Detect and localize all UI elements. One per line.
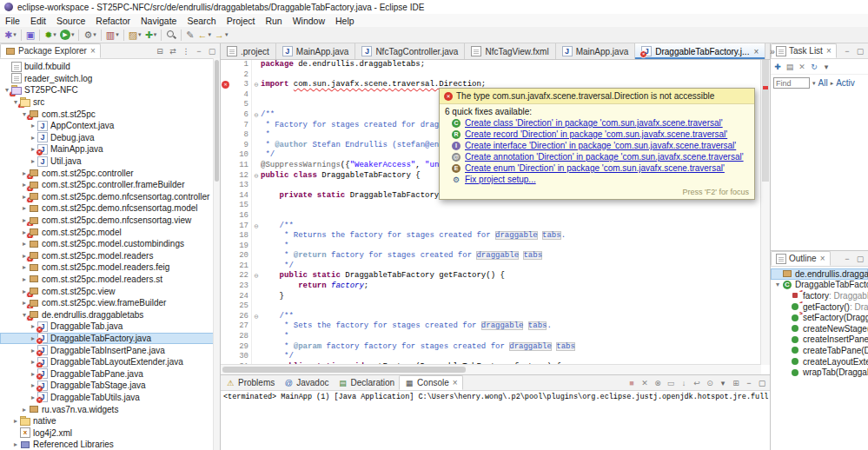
close-icon[interactable]: × [820,254,825,263]
folding-ruler[interactable] [251,242,261,252]
annotation-ruler[interactable] [221,201,231,211]
menu-source[interactable]: Source [51,16,90,26]
folding-ruler[interactable] [251,352,261,362]
quickfix-item[interactable]: @Create annotation 'Direction' in packag… [440,151,754,162]
display-selected-console-icon[interactable]: ▾ [718,379,728,387]
folding-ruler[interactable] [251,251,261,261]
last-edit-location-button[interactable]: ✎ [184,28,195,42]
tab-javadoc[interactable]: @Javadoc [279,375,333,390]
annotation-ruler[interactable] [221,261,231,272]
tree-item-ru-vas7n-va-widgets[interactable]: ▸ru.vas7n.va.widgets [0,403,220,415]
quickfix-link[interactable]: Fix project setup... [465,175,536,184]
open-console-icon[interactable]: ⊞ [731,379,741,387]
scroll-lock-icon[interactable]: ↓ [679,379,689,387]
tree-item-draggabletabpane-java[interactable]: ▸×DraggableTabPane.java [0,367,220,380]
annotation-ruler[interactable] [221,352,231,362]
editor-tab-nfctagview-fxml[interactable]: NfcTagView.fxml [465,43,555,59]
tree-item-com-st-st25pc-view[interactable]: ▸×com.st.st25pc.view [0,285,220,297]
synchronize-icon[interactable]: ↻ [809,63,819,71]
folding-ruler[interactable] [251,181,261,191]
tree-item-draggabletablayoutextender-java[interactable]: ▸×DraggableTabLayoutExtender.java [0,356,220,368]
annotation-ruler[interactable] [221,312,231,322]
minimize-icon[interactable]: − [842,255,852,263]
tree-item-draggabletabinsertpane-java[interactable]: ▸×DraggableTabInsertPane.java [0,344,220,356]
menu-edit[interactable]: Edit [25,16,51,26]
chevron-right-icon[interactable]: ▸ [11,440,20,448]
clear-console-icon[interactable]: ▭ [666,379,676,387]
menu-navigate[interactable]: Navigate [136,16,182,26]
quickfix-link[interactable]: Create interface 'Direction' in package … [465,141,736,150]
menu-project[interactable]: Project [222,16,261,26]
editor-tab-nfctagcontroller-java[interactable]: NfcTagController.java [355,43,465,59]
folding-ruler[interactable] [251,191,261,202]
editor-tab-project[interactable]: .project [221,43,276,59]
task-find-input[interactable] [773,77,810,89]
folding-ruler[interactable] [251,292,261,302]
task-filter-activated-link[interactable]: Activ [836,78,855,88]
annotation-ruler[interactable] [221,110,231,121]
editor-tab-mainapp-java[interactable]: MainApp.java [276,43,356,59]
chevron-right-icon[interactable]: ▸ [29,157,37,165]
console-output[interactable]: <terminated> MainApp (1) [Java Applicati… [221,391,770,450]
annotation-ruler[interactable] [221,251,231,261]
quickfix-item[interactable]: ICreate interface 'Direction' in package… [440,140,754,151]
link-with-editor-icon[interactable]: ⇄ [168,47,178,56]
categorized-icon[interactable]: ▤ [785,63,795,71]
annotation-ruler[interactable] [221,242,231,252]
forward-button[interactable]: →▾ [213,28,230,42]
menu-help[interactable]: Help [330,16,360,26]
quickfix-link[interactable]: Create enum 'Direction' in package 'com.… [465,163,725,173]
annotation-ruler[interactable] [221,301,231,312]
folding-ruler[interactable] [251,161,261,171]
menu-search[interactable]: Search [182,16,221,26]
tab-problems[interactable]: ⚠Problems [221,375,279,390]
run-button[interactable]: ▶▾ [58,28,76,42]
folding-ruler[interactable] [251,281,261,292]
folding-ruler[interactable] [251,141,261,151]
code-editor[interactable]: 1package de.endrullis.draggabletabs;2✕3⊖… [221,60,770,374]
new-wizard-button[interactable]: ✱▾ [3,28,18,42]
folding-ruler[interactable]: ⊖ [251,222,261,232]
task-list-tab[interactable]: Task List × [771,43,837,58]
maximize-icon[interactable]: ▢ [855,255,865,263]
tree-item-com-st-st25pc[interactable]: ▾×com.st.st25pc [0,108,220,120]
folding-ruler[interactable]: ⊖ [251,80,261,90]
annotation-ruler[interactable] [221,150,231,161]
outline-item-de-endrullis-draggabletabs[interactable]: de.endrullis.draggabletabs [771,268,868,280]
outline-item-createlayoutextender-draggabletab[interactable]: createLayoutExtender(DraggableTab) [771,356,868,367]
annotation-ruler[interactable] [221,171,231,182]
tree-item-com-st-st25pc-model[interactable]: ▸×com.st.st25pc.model [0,226,220,238]
outline-item-setfactory-draggabletabfactory[interactable]: ssetFactory(DraggableTabFactory) [771,312,868,323]
tree-item-com-st-st25pc-model-readers-feig[interactable]: ▸com.st.st25pc.model.readers.feig [0,261,220,274]
menu-window[interactable]: Window [288,16,330,26]
tree-item-referenced-libraries[interactable]: ▸Referenced Libraries [0,439,220,450]
tree-item-debug-java[interactable]: ▸Debug.java [0,132,220,144]
tree-item-draggabletab-java[interactable]: ▸×DraggableTab.java [0,321,220,333]
chevron-down-icon[interactable]: ▾ [773,281,782,288]
quickfix-link[interactable]: Create class 'Direction' in package 'com… [465,118,723,128]
minimize-icon[interactable]: − [194,47,204,56]
close-icon[interactable]: × [753,47,759,56]
annotation-ruler[interactable] [221,281,231,292]
folding-ruler[interactable] [251,130,261,141]
menu-run[interactable]: Run [260,16,287,26]
annotation-ruler[interactable]: ✕ [221,80,231,90]
chevron-right-icon[interactable]: ▸ [11,417,20,425]
tree-item-com-st-st25pc-demo-nfcsensortag-model[interactable]: ▸com.st.st25pc.demo.nfcsensortag.model [0,202,220,215]
editor-horizontal-scrollbar[interactable] [221,364,761,374]
folding-ruler[interactable] [251,70,261,81]
tree-item-draggabletabstage-java[interactable]: ▸×DraggableTabStage.java [0,380,220,392]
tree-item-com-st-st25pc-model-custombindings[interactable]: ▸com.st.st25pc.model.custombindings [0,238,220,250]
tree-item-com-st-st25pc-model-readers-st[interactable]: ▸com.st.st25pc.model.readers.st [0,274,220,286]
quickfix-link[interactable]: Create annotation 'Direction' in package… [465,152,744,162]
folding-ruler[interactable]: ⊖ [251,271,261,281]
annotation-ruler[interactable] [221,130,231,141]
scrollbar-thumb[interactable] [215,60,219,182]
annotation-ruler[interactable] [221,100,231,110]
chevron-right-icon[interactable]: ▸ [20,406,29,414]
tree-item-native[interactable]: ▸native [0,415,220,427]
annotation-ruler[interactable] [221,70,231,81]
tree-item-draggabletabutils-java[interactable]: ▸×DraggableTabUtils.java [0,392,220,404]
fold-collapse-icon[interactable]: ⊖ [255,81,259,89]
annotation-ruler[interactable] [221,191,231,202]
